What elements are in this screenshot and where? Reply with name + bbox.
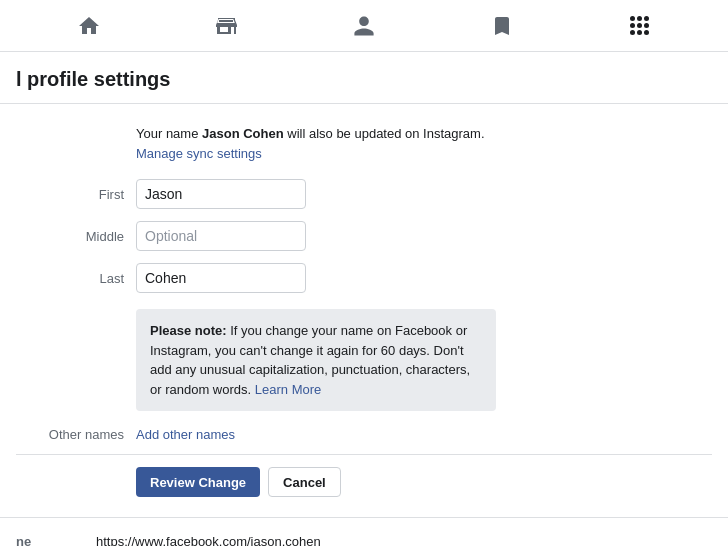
bookmark-nav-button[interactable]	[482, 6, 522, 46]
review-change-button[interactable]: Review Change	[136, 467, 260, 497]
middle-name-label: Middle	[16, 229, 136, 244]
top-navigation	[0, 0, 728, 52]
grid-icon	[630, 16, 649, 35]
page-title: l profile settings	[16, 68, 712, 91]
main-form-area: Your name Jason Cohen will also be updat…	[0, 104, 728, 517]
sync-notice-text-before: Your name	[136, 126, 202, 141]
home-icon	[77, 14, 101, 38]
other-names-row: Other names Add other names	[16, 427, 712, 455]
store-icon	[214, 14, 238, 38]
people-icon	[352, 14, 376, 38]
store-nav-button[interactable]	[206, 6, 246, 46]
other-names-label: Other names	[16, 427, 136, 442]
manage-sync-link[interactable]: Manage sync settings	[136, 146, 262, 161]
note-bold: Please note:	[150, 323, 227, 338]
bottom-label: ne	[16, 534, 76, 546]
sync-notice-text-after: will also be updated on Instagram.	[284, 126, 485, 141]
first-name-row: First	[16, 179, 712, 209]
sync-notice: Your name Jason Cohen will also be updat…	[136, 124, 712, 163]
action-buttons: Review Change Cancel	[136, 467, 712, 497]
last-name-row: Last	[16, 263, 712, 293]
last-name-input[interactable]	[136, 263, 306, 293]
learn-more-link[interactable]: Learn More	[255, 382, 321, 397]
grid-nav-button[interactable]	[619, 6, 659, 46]
note-box: Please note: If you change your name on …	[136, 309, 496, 411]
middle-name-row: Middle	[16, 221, 712, 251]
add-other-names-link[interactable]: Add other names	[136, 427, 235, 442]
page-title-bar: l profile settings	[0, 52, 728, 104]
first-name-input[interactable]	[136, 179, 306, 209]
page-content: l profile settings Your name Jason Cohen…	[0, 52, 728, 546]
people-nav-button[interactable]	[344, 6, 384, 46]
sync-notice-name: Jason Cohen	[202, 126, 284, 141]
last-name-label: Last	[16, 271, 136, 286]
bookmark-icon	[490, 14, 514, 38]
first-name-label: First	[16, 187, 136, 202]
profile-url: https://www.facebook.com/jason.cohen	[96, 534, 321, 546]
home-nav-button[interactable]	[69, 6, 109, 46]
cancel-button[interactable]: Cancel	[268, 467, 341, 497]
middle-name-input[interactable]	[136, 221, 306, 251]
bottom-section: ne https://www.facebook.com/jason.cohen	[0, 517, 728, 546]
